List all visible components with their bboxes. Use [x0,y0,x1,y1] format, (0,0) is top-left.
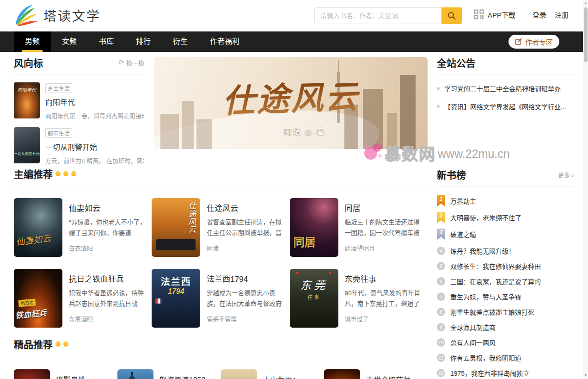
divider [14,75,144,75]
book-card[interactable]: 怒海覆清1852 [117,369,221,379]
cover-title: 向阳年代 [14,86,40,93]
book-card[interactable]: 东莞 往事 东莞往事 90年代，意气风发的青年肖凡，南下东莞打工，邂逅了 城市过… [290,269,428,328]
nav-item-derivative[interactable]: 衍生 [162,31,199,52]
cover-title: 仕途风云 [186,202,197,233]
rank-list-item[interactable]: 121975，我在西非群岛闹独立 [437,367,574,379]
book-cover[interactable]: 法兰西 1794 [152,269,200,328]
search-input[interactable] [314,7,441,24]
book-cover[interactable]: 仕途风云 [152,198,200,257]
scroll-up-arrow[interactable]: ▲ [583,1,588,5]
app-download-link[interactable]: APP下载 [488,10,515,19]
rank-list-item[interactable]: 11你有五灵根，我修阴阳道 [437,352,574,363]
search-button[interactable] [441,7,462,24]
rank-list-item[interactable]: 6三国：在袁家，我还是说了算的 [437,276,574,287]
editor-picks-title: 主编推荐 [14,167,53,180]
more-link[interactable]: 更多 › [558,170,574,179]
book-title[interactable]: 末世全职药师 [366,374,410,379]
nav-item-author-welfare[interactable]: 作者福利 [199,31,251,52]
book-card[interactable]: 末世全职药师 [324,369,428,379]
scroll-down-arrow[interactable]: ▼ [583,373,588,377]
book-cover[interactable] [14,369,50,379]
book-cover[interactable] [221,369,257,379]
book-title: 大明暴徒，老朱绷不住了 [450,213,521,222]
logo-icon [13,4,40,27]
rank-list-item[interactable]: 7重生为妖，誓与大圣争锋 [437,291,574,302]
book-card[interactable]: 法兰西 1794 法兰西1794 穿越成为一名德意志小贵族，在法国大革命与督政府… [152,269,289,328]
rank-list-item[interactable]: 2大明暴徒，老朱绷不住了 [437,212,574,223]
refresh-button[interactable]: ⟳ 换一换 [118,58,144,67]
announcement-item[interactable]: 学习党的二十届三中全会精神培训班举办 [437,84,574,93]
book-card[interactable]: 谍影枭雄 [14,369,117,379]
book-title[interactable]: 一切从刑警开始 [45,141,144,152]
category-tag: 乡土生活 [45,83,72,93]
book-title[interactable]: 谍影枭雄 [56,374,86,379]
book-title: 炼丹？我能无限升级！ [450,246,515,255]
book-title[interactable]: 法兰西1794 [207,273,286,284]
book-title[interactable]: 仕途风云 [207,202,286,213]
nav-item-library[interactable]: 书库 [88,31,125,52]
book-title: 重生为妖，誓与大圣争锋 [450,292,521,301]
book-cover[interactable] [117,369,153,379]
book-author: 东篱酒吧 [69,314,148,323]
book-cover[interactable]: 一切从刑警开始 [14,127,40,163]
book-cover[interactable]: 仙妻如云 [14,198,62,257]
windvane-section: 风向标 ⟳ 换一换 向阳年代 乡土生活 向阳年代 向阳年代第一卷，知青刘杰阴差阳… [14,56,144,165]
book-desc: 犯我中华者虽远必诛，特种兵赵志国意外来到抗日战 [69,288,148,309]
announcement-text: 【资讯】网络文学界发起《网络文学行业... [444,102,566,111]
nav-item-male[interactable]: 男频 [14,31,51,52]
announcement-item[interactable]: 【资讯】网络文学界发起《网络文学行业... [437,102,574,111]
flame-icon [62,340,70,348]
book-card[interactable]: 上山为匪：... [221,369,325,379]
book-desc: 省督查室副主任荆涛，在拟任主任公示期间被举报，晋 [207,217,286,238]
rank-list-item[interactable]: 5双修长生：我在修仙界娶妻种田 [437,261,574,272]
book-title[interactable]: 怒海覆清1852 [159,374,206,379]
book-cover[interactable]: 同居 [290,198,338,257]
banner-book-title: 仕途风云 [154,68,428,124]
cover-title: 同居 [294,233,316,249]
rank-list-item[interactable]: 4炼丹？我能无限升级！ [437,245,574,256]
divider [14,186,428,186]
cover-title: 法兰西 [152,274,200,288]
nav-item-female[interactable]: 女频 [51,31,88,52]
book-cover[interactable]: 东莞 往事 [290,269,338,328]
scrollbar-track[interactable]: ▲ ▼ [583,0,588,379]
author-zone-button[interactable]: 作者专区 [508,35,559,49]
site-title: 塔读文学 [43,6,101,25]
premium-picks-grid: 谍影枭雄 怒海覆清1852 上山为匪：... 末世全职药师 [14,369,428,379]
rank-list-item[interactable]: 3破道之瞳 [437,229,574,240]
rank-list-item[interactable]: 8刚重生就差点被郡主娘娘打死 [437,306,574,317]
book-cover[interactable] [324,369,360,379]
book-card[interactable]: 同居 同居 临近三十的陈文生活还过得一团糟，因一次代驾撞车被 醉酒望明月 [290,198,428,257]
category-tag: 都市生活 [45,128,72,138]
hero-banner[interactable]: 仕途风云 阿诸 ◎ 著 [154,57,428,149]
book-title: 你有五灵根，我修阴阳道 [450,353,521,362]
book-title[interactable]: 向阳年代 [45,96,144,107]
book-card[interactable]: 抗日之 铁血狂兵 抗日之铁血狂兵 犯我中华者虽远必诛，特种兵赵志国意外来到抗日战… [14,269,152,328]
divider [437,186,574,187]
rank-list-item[interactable]: 10总有人间一两风 [437,337,574,348]
rank-badge: 7 [437,292,445,301]
rank-list-item[interactable]: 1万界劫主 [437,195,574,206]
editor-picks-section: 主编推荐 仙妻如云 仙妻如云 “苏惊蛰，你也老大不小了，嫂子且来问你。你要道 白… [14,167,428,328]
book-card[interactable]: 仕途风云 仕途风云 省督查室副主任荆涛，在拟任主任公示期间被举报，晋 阿诸 [152,198,289,257]
book-title[interactable]: 抗日之铁血狂兵 [69,273,148,284]
windvane-book-2[interactable]: 一切从刑警开始 都市生活 一切从刑警开始 方云，前世为IT精英。 在加班时，突发 [14,127,144,165]
cover-subtitle: 1794 [152,287,200,296]
book-card[interactable]: 仙妻如云 仙妻如云 “苏惊蛰，你也老大不小了，嫂子且来问你。你要道 白衣洛阳 [14,198,152,257]
book-title[interactable]: 仙妻如云 [69,202,148,213]
book-title[interactable]: 东莞往事 [345,273,424,284]
search-icon [447,11,456,20]
nav-item-rank[interactable]: 排行 [125,31,162,52]
book-title[interactable]: 上山为匪：... [263,374,306,379]
register-link[interactable]: 注册 [555,10,569,19]
main-nav: 男频 女频 书库 排行 衍生 作者福利 作者专区 [0,31,588,52]
new-books-list: 1万界劫主2大明暴徒，老朱绷不住了3破道之瞳4炼丹？我能无限升级！5双修长生：我… [437,195,574,379]
login-link[interactable]: 登录 [533,10,546,19]
book-cover[interactable]: 向阳年代 [14,82,40,118]
rank-list-item[interactable]: 9全球渔具制造商 [437,322,574,333]
windvane-book-1[interactable]: 向阳年代 乡土生活 向阳年代 向阳年代第一卷，知青刘杰阴差阳错成 [14,82,144,120]
book-cover[interactable]: 抗日之 铁血狂兵 [14,269,62,328]
book-title[interactable]: 同居 [345,202,424,213]
logo[interactable]: 塔读文学 [13,4,101,27]
scrollbar-thumb[interactable] [584,7,588,62]
